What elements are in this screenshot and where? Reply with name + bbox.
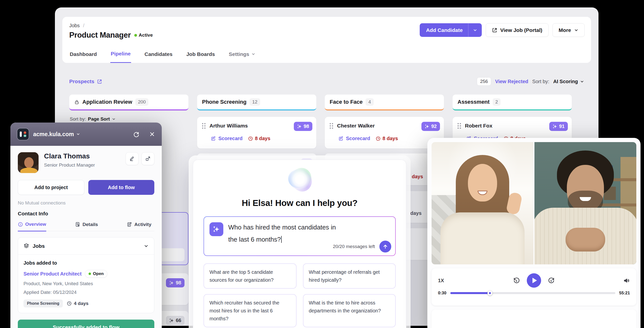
jobs-card: Jobs Jobs added to Senior Product Archit… [18, 237, 154, 313]
ai-score-badge: 91 [549, 122, 568, 131]
lock-icon [74, 100, 80, 105]
progress-fill [450, 292, 490, 294]
tab-details[interactable]: Details [75, 222, 98, 231]
ai-score-badge: 98 [294, 122, 312, 131]
ai-score-value: 98 [176, 280, 181, 286]
column-header-phone-screening[interactable]: Phone Screening 12 [197, 95, 316, 110]
suggestion-card[interactable]: What percentage of referrals get hired t… [303, 263, 396, 289]
jobs-added-to-heading: Jobs added to [24, 260, 149, 266]
tab-overview[interactable]: Overview [18, 222, 46, 231]
speaker-icon [623, 277, 630, 284]
add-to-flow-button[interactable]: Add to flow [88, 180, 154, 195]
prospects-link[interactable]: Prospects [69, 79, 102, 84]
column-header-application-review[interactable]: Application Review 200 [69, 95, 188, 110]
candidate-card-chester-walker[interactable]: Chester Walker 92 Scorecard 8 days [325, 117, 444, 149]
send-button[interactable] [380, 241, 391, 252]
refresh-button[interactable] [133, 131, 140, 138]
candidate-name: Arthur Williams [210, 123, 248, 129]
more-button[interactable]: More [552, 23, 585, 37]
expand-icon [145, 156, 150, 161]
current-time: 0:30 [438, 291, 446, 295]
close-button[interactable] [150, 131, 155, 137]
chevron-down-icon [144, 244, 149, 248]
sort-by-dropdown[interactable]: AI Scoring [553, 79, 584, 84]
text-caret [281, 236, 282, 243]
tab-candidates[interactable]: Candidates [144, 51, 173, 63]
playback-speed[interactable]: 1X [438, 278, 444, 283]
ai-assistant-modal: Hi Elsa! How can I help you? Who has hir… [189, 155, 410, 328]
breadcrumb-jobs[interactable]: Jobs [69, 23, 80, 28]
ai-score-badge: 92 [422, 122, 440, 131]
expand-button[interactable] [142, 152, 154, 165]
transcript-card [432, 309, 636, 328]
chevron-down-icon [251, 52, 256, 56]
tab-job-boards[interactable]: Job Boards [186, 51, 216, 63]
edit-button[interactable] [126, 152, 138, 165]
tab-settings[interactable]: Settings [228, 51, 256, 63]
page-sort-dropdown[interactable]: Sort by: Page Sort [70, 116, 188, 122]
column-title: Face to Face [330, 99, 362, 105]
view-rejected-link[interactable]: View Rejected [495, 79, 528, 84]
view-job-portal-button[interactable]: View Job (Portal) [486, 23, 548, 37]
drag-handle-icon[interactable] [330, 123, 333, 129]
drag-handle-icon[interactable] [458, 123, 461, 129]
drag-handle-icon[interactable] [202, 123, 206, 129]
add-candidate-label: Add Candidate [426, 27, 463, 33]
column-header-face-to-face[interactable]: Face to Face 4 [325, 95, 444, 110]
candidate-role: Senior Product Manager [44, 162, 120, 168]
tab-dashboard[interactable]: Dashboard [69, 51, 98, 63]
open-status-dot [88, 272, 91, 275]
play-button[interactable] [527, 273, 541, 288]
tab-activity[interactable]: Activity [127, 222, 151, 231]
page-sort-label: Sort by: [70, 116, 86, 122]
add-to-project-button[interactable]: Add to project [18, 180, 84, 195]
progress-bar[interactable] [450, 292, 615, 294]
scorecard-link[interactable]: Scorecard [211, 136, 242, 141]
suggestion-card[interactable]: What is the time to hire across departme… [303, 294, 396, 327]
column-header-assessment[interactable]: Assessment 2 [452, 95, 572, 110]
status-label: Active [139, 33, 153, 38]
suggestion-card[interactable]: What are the top 5 candidate sources for… [204, 263, 296, 289]
column-application-review: Application Review 200 Sort by: Page Sor… [69, 95, 188, 122]
candidate-profile-popup: acme.kula.com Clara Thomas Senior Produc… [10, 123, 162, 328]
volume-button[interactable] [623, 277, 630, 284]
jobs-accordion-header[interactable]: Jobs [18, 237, 154, 255]
candidate-name: Robert Fox [465, 123, 492, 129]
job-link[interactable]: Senior Product Architect [24, 271, 82, 277]
column-title: Phone Screening [202, 99, 246, 105]
add-candidate-button[interactable]: Add Candidate [420, 23, 482, 37]
stage-days-value: 4 days [74, 301, 88, 306]
query-line-1: Who has hired the most candidates in [228, 223, 336, 231]
suggestion-card[interactable]: Which recruiter has secured the most hir… [204, 294, 296, 327]
days-fragment: days [410, 210, 422, 216]
column-phone-screening: Phone Screening 12 Arthur Williams 98 Sc… [197, 95, 316, 110]
pencil-icon [129, 156, 135, 161]
extension-url-dropdown[interactable]: acme.kula.com [33, 131, 80, 138]
scorecard-link[interactable]: Scorecard [338, 136, 370, 141]
stage-days: 4 days [67, 301, 88, 306]
progress-thumb[interactable] [488, 291, 492, 295]
video-feed-interviewer [534, 142, 636, 264]
column-count: 2 [493, 98, 501, 106]
candidate-card-arthur-williams[interactable]: Arthur Williams 98 Scorecard 8 days [197, 117, 316, 149]
profile-tabs: Overview Details Activity [18, 222, 154, 231]
tab-overview-label: Overview [25, 222, 46, 227]
sparkle-icon [297, 124, 302, 129]
days-in-stage: 8 days [248, 136, 270, 141]
rewind-5-icon[interactable]: 5 [513, 277, 520, 284]
success-toast: Successfully added to flow [18, 319, 154, 328]
breadcrumb[interactable]: Jobs / [69, 23, 84, 29]
extension-url: acme.kula.com [33, 131, 74, 138]
stage-pill: Phone Screening [24, 299, 63, 307]
ai-score-value: 98 [304, 124, 309, 129]
clock-icon [376, 136, 380, 141]
ai-query-text[interactable]: Who has hired the most candidates in the… [228, 221, 351, 246]
tab-pipeline[interactable]: Pipeline [110, 51, 131, 63]
video-feeds [432, 142, 636, 264]
chevron-down-icon [76, 132, 80, 136]
layers-icon [24, 243, 29, 249]
add-candidate-dropdown[interactable] [468, 23, 482, 37]
column-count: 4 [366, 98, 374, 106]
ai-query-input[interactable]: Who has hired the most candidates in the… [204, 216, 396, 256]
forward-5-icon[interactable]: 5 [548, 277, 555, 284]
